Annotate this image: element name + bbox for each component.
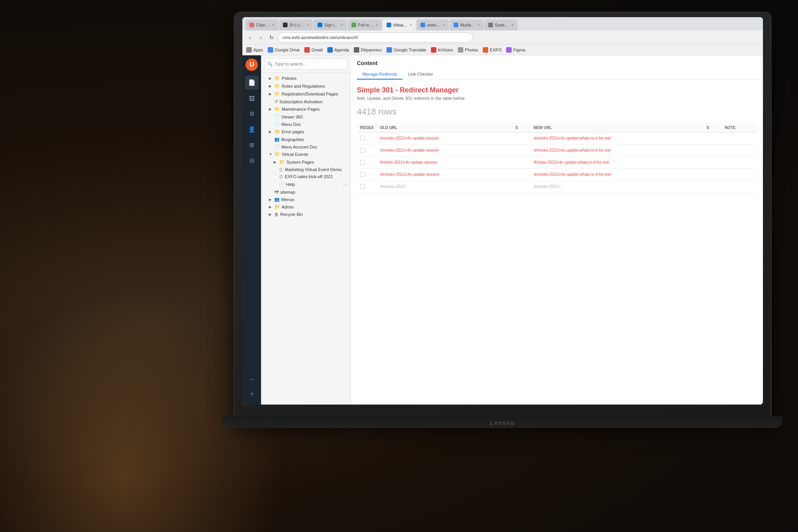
search-icon: 🔍	[267, 62, 273, 67]
tree-item-sitemap[interactable]: 🗺 sitemap	[261, 189, 350, 196]
sidebar-btn-media[interactable]: 🖼	[245, 91, 259, 105]
tab-5-active[interactable]: Virtua... ×	[383, 19, 416, 30]
tree-item-rules[interactable]: ▶ 📁 Rules and Regulations	[261, 82, 350, 90]
tree-item-exfosales[interactable]: 🗋 EXFO sales kick-off 2021	[261, 173, 350, 180]
tree-item-marketingevent[interactable]: 🗋 Marketing Virtual Event Demo	[261, 166, 350, 173]
tab-8[interactable]: Syste... ×	[484, 19, 517, 30]
bookmark-translate[interactable]: Google Translate	[387, 47, 426, 53]
tree-item-policies[interactable]: ▶ 📁 Policies	[261, 74, 350, 82]
rows-count: 4418 rows	[357, 107, 757, 117]
regex-checkbox-1[interactable]	[360, 136, 365, 141]
search-input[interactable]	[264, 58, 347, 69]
browser-window: Chan... × (9+) U... × Sign i... × Pull r…	[242, 17, 763, 405]
tree-item-maintenance[interactable]: ▶ 📁 Maintenance Pages	[261, 105, 350, 113]
new-url-cell: /en/esko-2021/c4c-update-whats-in-it-for…	[530, 169, 703, 181]
laptop-body: Chan... × (9+) U... × Sign i... × Pull r…	[234, 12, 772, 421]
new-url-cell: /fr/esko-2021/c4c-update-whats-in-it-for…	[530, 157, 703, 169]
refresh-button[interactable]: ↻	[267, 33, 276, 42]
address-bar[interactable]: cms-exfo.azurewebsites.net/umbraco/#/	[278, 32, 473, 42]
bookmarks-bar: Apps Google Drive Gmail Agenda Dépanneur	[242, 44, 763, 55]
table-row: /es/esko-2021/c4c-update-session /es/esk…	[357, 133, 757, 145]
tree-item-admin[interactable]: ▶ 📁 Admin	[261, 203, 350, 211]
sidebar-btn-deploy[interactable]: ⊟	[245, 154, 259, 168]
file-icon: 📄	[279, 182, 284, 187]
content-tree-panel: 🔍 ▶ 📁 Policies ▶ 📁	[261, 55, 351, 405]
tree-item-errorpages[interactable]: ▶ 📁 Error pages	[261, 128, 350, 136]
sidebar-btn-users[interactable]: 👤	[245, 122, 259, 136]
tree-item-help[interactable]: 📄 Help ···	[261, 180, 350, 189]
tab-7[interactable]: Muelb... ×	[450, 19, 484, 30]
page-icon: 🗋	[279, 167, 283, 172]
note-cell	[722, 181, 757, 193]
back-button[interactable]: ‹	[245, 33, 254, 42]
regex-checkbox-2[interactable]	[360, 148, 365, 153]
table-header-row: REGEX OLD URL S NEW URL S NOTE	[357, 123, 757, 133]
tab-4[interactable]: Pull re... ×	[348, 19, 382, 30]
old-url-cell: /en/esko-2021/c4c-update-session	[377, 169, 512, 181]
s2-cell	[703, 133, 722, 145]
bookmark-photos[interactable]: Photos	[458, 47, 478, 53]
checkbox-cell	[357, 157, 377, 169]
s2-cell	[703, 145, 722, 157]
tab-manage-redirects[interactable]: Manage Redirects	[357, 69, 403, 80]
page-icon: 🗋	[279, 174, 283, 179]
forward-button[interactable]: ›	[256, 33, 265, 42]
note-cell	[722, 145, 757, 157]
regex-checkbox-3[interactable]	[360, 160, 365, 165]
redirect-manager-subtitle: Add, Update, and Delete 301 redirects in…	[357, 96, 757, 101]
regex-checkbox-5[interactable]	[360, 184, 365, 189]
tree-item-systempages[interactable]: ▶ 📁 System Pages	[261, 158, 350, 166]
regex-checkbox-4[interactable]	[360, 172, 365, 177]
folder-icon: 📁	[274, 204, 280, 210]
col-regex: REGEX	[357, 123, 377, 133]
bookmark-invision[interactable]: InVision	[431, 47, 453, 53]
tree-item-menus[interactable]: ▶ 👥 Menus	[261, 196, 350, 203]
tab-6[interactable]: webs... ×	[417, 19, 449, 30]
sidebar-btn-settings[interactable]: ⚙	[245, 107, 259, 121]
bookmark-apps[interactable]: Apps	[246, 47, 263, 53]
s-cell	[512, 157, 531, 169]
more-options-button[interactable]: ···	[343, 181, 347, 187]
tab-1[interactable]: Chan... ×	[245, 19, 278, 30]
sidebar-btn-forms[interactable]: ⊞	[245, 138, 259, 152]
tree-item-registration[interactable]: ▶ 📁 Registration/Download Pages	[261, 90, 350, 98]
bookmark-agenda[interactable]: Agenda	[327, 47, 349, 53]
folder-icon: 📁	[274, 83, 280, 89]
file-icon: 📄	[274, 114, 280, 119]
main-content-panel: Content Manage Redirects Link Checker Si…	[351, 55, 763, 405]
sidebar-btn-content[interactable]: 📄	[245, 76, 259, 90]
file-icon: 📄	[274, 144, 280, 149]
bookmark-drive[interactable]: Google Drive	[268, 47, 300, 53]
content-panel-title: Content	[357, 60, 757, 66]
sidebar-btn-help[interactable]: ?	[245, 387, 259, 401]
umbraco-logo[interactable]: U	[245, 58, 258, 71]
tab-2[interactable]: (9+) U... ×	[279, 19, 313, 30]
screen-bezel: Chan... × (9+) U... × Sign i... × Pull r…	[242, 17, 763, 405]
note-cell	[722, 169, 757, 181]
s2-cell	[703, 181, 722, 193]
col-note: NOTE	[722, 123, 757, 133]
tab-3[interactable]: Sign i... ×	[314, 19, 347, 30]
tree-item-biographies[interactable]: 👥 Biographies	[261, 136, 350, 143]
tree-item-menuaccountdoc[interactable]: 📄 Menu Account Doc	[261, 143, 350, 150]
s2-cell	[703, 157, 722, 169]
new-url-cell: /es/esko-2021/c4c-update-whats-in-it-for…	[530, 133, 703, 145]
tree-item-menudoc[interactable]: 📄 Menu Doc	[261, 120, 350, 128]
bookmark-figma[interactable]: Figma	[506, 47, 525, 53]
tree-item-subscription[interactable]: ↺ Subscription Activation	[261, 98, 350, 105]
checkbox-cell	[357, 169, 377, 181]
bookmark-gmail[interactable]: Gmail	[304, 47, 323, 53]
menus-icon: 👥	[274, 197, 280, 202]
tree-item-recyclebin[interactable]: ▶ 🗑 Recycle Bin	[261, 211, 350, 218]
old-url-cell: /fr/esko-2021/c4c-update-session	[377, 157, 512, 169]
sidebar-btn-redirect[interactable]: →	[245, 372, 259, 386]
redirect-table: REGEX OLD URL S NEW URL S NOTE	[357, 123, 757, 193]
bookmark-exfo[interactable]: EXFO	[483, 47, 501, 53]
tab-link-checker[interactable]: Link Checker	[403, 69, 438, 80]
note-cell	[722, 133, 757, 145]
tree-item-virtualevents[interactable]: ▼ 📁 Virtual Events	[261, 150, 350, 158]
bookmark-depanneur[interactable]: Dépanneur	[354, 47, 382, 53]
table-row: /zh/esko-2021/c4c-update-session /zh/esk…	[357, 145, 757, 157]
people-icon: 👥	[274, 137, 280, 142]
tree-item-viewer360[interactable]: 📄 Viewer 360	[261, 113, 350, 120]
